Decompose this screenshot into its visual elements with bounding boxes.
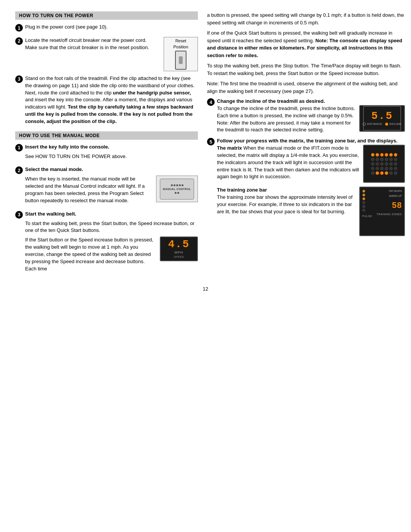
step-power-1: 1 Plug in the power cord (see page 10).: [15, 24, 198, 33]
right-intro-1: a button is pressed, the speed setting w…: [207, 11, 405, 26]
tz-dot-1: [362, 190, 365, 193]
step2-text: Locate the reset/off circuit breaker nea…: [25, 37, 160, 54]
training-zone-image: PULSE FAT-BURN WARM-UP 58 TRAINING ZONES: [359, 187, 405, 236]
step-content-1: Plug in the power cord (see page 10).: [25, 24, 198, 33]
md-4-2: [376, 167, 379, 170]
speed-unit: MPH: [175, 251, 183, 254]
md-1-4: [385, 153, 388, 157]
step-content-2: Locate the reset/off circuit breaker nea…: [25, 37, 198, 71]
md-1-1: [371, 153, 374, 157]
md-2-2: [376, 158, 379, 161]
md-1-6: [394, 153, 397, 157]
step-manual-2-with-image: When the key is inserted, the manual mod…: [25, 176, 198, 206]
incline-label: INCLINE: [389, 122, 401, 126]
step4-text: To change the incline of the treadmill, …: [217, 105, 355, 134]
distance-indicator: DISTANCE: [363, 122, 382, 126]
step-number-2: 2: [15, 37, 23, 45]
md-2-1: [371, 158, 374, 161]
step-manual-number-1: 1: [15, 144, 23, 152]
step4-bold: Change the incline of the treadmill as d…: [217, 98, 405, 105]
md-1-2: [376, 153, 379, 157]
tz-fatburn-label: FAT-BURN: [389, 190, 402, 192]
step5-bold: Follow your progress with the matrix, th…: [217, 137, 405, 145]
ctrl-dot-1: [171, 184, 173, 186]
step-right-number-5: 5: [207, 138, 215, 145]
step-right-5: 5 Follow your progress with the matrix, …: [207, 137, 405, 236]
ctrl-dots-row1: [171, 184, 183, 186]
training-zone-section: The training zone bar The training zone …: [217, 187, 405, 236]
md-4-6: [394, 167, 397, 170]
step2-with-image: Locate the reset/off circuit breaker nea…: [25, 37, 198, 71]
step-power-3: 3 Stand on the foot rails of the treadmi…: [15, 75, 198, 128]
matrix-row-3: [371, 162, 397, 166]
md-5-6: [394, 171, 397, 175]
step-right-4: 4 Change the incline of the treadmill as…: [207, 98, 405, 134]
left-column: HOW TO TURN ON THE POWER 1 Plug in the p…: [15, 11, 198, 278]
step3-bold2: Test the clip by carefully taking a few …: [25, 104, 193, 124]
ctrl-dots-row2: [175, 192, 179, 194]
manual-control-image: MANUAL CONTROL: [156, 176, 198, 202]
step-manual-2-para: When the key is inserted, the manual mod…: [25, 176, 152, 204]
step-manual-2: 2 Select the manual mode. When the key i…: [15, 166, 198, 206]
step5-bold-span: Follow your progress with the matrix, th…: [217, 138, 398, 144]
reset-label-line1: Reset: [175, 38, 186, 43]
speed-display-image: 4.5 MPH SPEED: [160, 236, 198, 261]
training-zone-display: PULSE FAT-BURN WARM-UP 58 TRAINING ZONES: [359, 187, 405, 236]
md-3-5: [389, 162, 393, 166]
step-manual-3-text1: To start the walking belt, press the Sta…: [25, 220, 198, 235]
step-manual-3-text2: If the Start button or the Speed increas…: [25, 236, 156, 272]
step3-para: Stand on the foot rails of the treadmill…: [25, 75, 198, 125]
md-4-4: [385, 167, 388, 170]
tz-labels-right: FAT-BURN WARM-UP 58 TRAINING ZONES: [376, 190, 402, 216]
distance-circle: [363, 123, 366, 126]
md-2-6: [394, 158, 397, 161]
step-right-content-5: Follow your progress with the matrix, th…: [217, 137, 405, 236]
step-manual-2-bold-span: Select the manual mode.: [25, 166, 83, 172]
matrix-display: [363, 145, 405, 183]
md-5-1: [371, 171, 374, 175]
md-1-3: [380, 153, 384, 157]
md-2-3: [380, 158, 384, 161]
tz-digits: 58: [392, 201, 402, 211]
incline-digits-display: 5.5 DISTANCE INCLINE: [363, 106, 401, 131]
page-layout: HOW TO TURN ON THE POWER 1 Plug in the p…: [15, 11, 396, 278]
right-column: a button is pressed, the speed setting w…: [207, 11, 405, 278]
matrix-row-4: [371, 167, 397, 170]
right-intro-bold: Note: The console can display speed and …: [207, 38, 402, 58]
matrix-para: The matrix When the manual mode or the i…: [217, 145, 359, 181]
step4-bold-span: Change the incline of the treadmill as d…: [217, 98, 325, 104]
tz-bar-col: [362, 190, 365, 212]
step4-with-image: To change the incline of the treadmill, …: [217, 105, 405, 134]
section-manual: HOW TO USE THE MANUAL MODE 1 Insert the …: [15, 131, 198, 275]
training-zone-label-para: The training zone bar: [217, 187, 355, 194]
training-zone-text: The training zone bar The training zone …: [217, 187, 355, 215]
tz-dot-2: [362, 193, 365, 197]
step-number-1: 1: [15, 24, 23, 32]
ctrl-dot-6: [175, 192, 177, 194]
manual-control-inner: MANUAL CONTROL: [160, 179, 194, 200]
right-intro-2: If one of the Quick Start buttons is pre…: [207, 29, 405, 59]
speed-digits: 4.5: [168, 239, 190, 250]
ctrl-dot-4: [179, 184, 181, 186]
step-manual-1-bold: Insert the key fully into the console.: [25, 144, 198, 151]
step-manual-2-image: MANUAL CONTROL: [156, 176, 198, 202]
matrix-text: The matrix When the manual mode or the i…: [217, 145, 359, 181]
tz-pulse-label: PULSE: [362, 215, 372, 217]
step-manual-3-bold: Start the walking belt.: [25, 211, 198, 218]
md-2-5: [389, 158, 393, 161]
matrix-image: [363, 145, 405, 183]
right-intro-3: To stop the walking belt, press the Stop…: [207, 62, 405, 77]
matrix-row-1: [371, 153, 397, 157]
step-manual-1-sub: See HOW TO TURN ON THE POWER above.: [25, 153, 198, 160]
md-5-4: [385, 171, 388, 175]
step3-bold1: under the handgrip pulse sensor,: [113, 90, 191, 96]
md-3-6: [394, 162, 397, 166]
step4-image: 5.5 DISTANCE INCLINE: [359, 105, 405, 132]
step-manual-3-image: 4.5 MPH SPEED: [160, 236, 198, 261]
step-content-3: Stand on the foot rails of the treadmill…: [25, 75, 198, 128]
step-manual-3-bold-span: Start the walking belt.: [25, 211, 76, 217]
incline-display: 5.5 DISTANCE INCLINE: [359, 105, 405, 132]
step-manual-3-text: If the Start button or the Speed increas…: [25, 236, 156, 275]
reset-icon: [175, 51, 186, 70]
speed-sublabel: SPEED: [174, 255, 184, 259]
